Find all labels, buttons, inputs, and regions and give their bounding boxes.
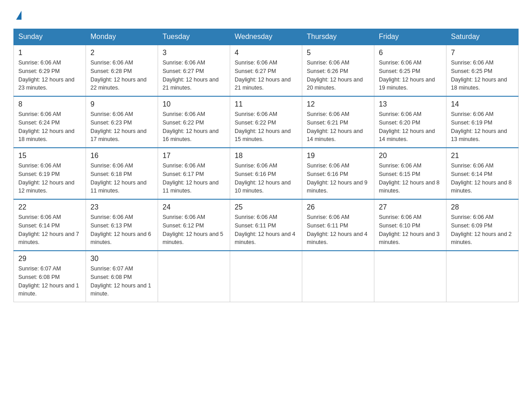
day-info: Sunrise: 6:06 AMSunset: 6:25 PMDaylight:… — [379, 59, 442, 92]
logo-triangle-icon — [16, 11, 21, 20]
day-number: 13 — [379, 100, 442, 108]
calendar-cell: 9 Sunrise: 6:06 AMSunset: 6:23 PMDayligh… — [86, 96, 158, 148]
day-number: 4 — [235, 49, 297, 57]
header-saturday: Saturday — [446, 29, 519, 45]
day-info: Sunrise: 6:06 AMSunset: 6:22 PMDaylight:… — [235, 110, 297, 144]
week-row-5: 29 Sunrise: 6:07 AMSunset: 6:08 PMDaylig… — [14, 251, 519, 302]
logo — [13, 9, 21, 20]
calendar-table: SundayMondayTuesdayWednesdayThursdayFrid… — [13, 29, 519, 302]
day-info: Sunrise: 6:07 AMSunset: 6:08 PMDaylight:… — [90, 265, 153, 298]
day-info: Sunrise: 6:06 AMSunset: 6:15 PMDaylight:… — [379, 162, 442, 195]
day-number: 6 — [379, 49, 442, 57]
week-row-2: 8 Sunrise: 6:06 AMSunset: 6:24 PMDayligh… — [14, 96, 519, 148]
calendar-cell: 25 Sunrise: 6:06 AMSunset: 6:11 PMDaylig… — [230, 199, 302, 251]
calendar-cell: 1 Sunrise: 6:06 AMSunset: 6:29 PMDayligh… — [14, 45, 86, 96]
calendar-cell: 22 Sunrise: 6:06 AMSunset: 6:14 PMDaylig… — [14, 199, 86, 251]
day-number: 29 — [18, 255, 81, 263]
day-info: Sunrise: 6:06 AMSunset: 6:17 PMDaylight:… — [163, 162, 225, 195]
day-info: Sunrise: 6:06 AMSunset: 6:21 PMDaylight:… — [307, 110, 369, 144]
day-info: Sunrise: 6:06 AMSunset: 6:23 PMDaylight:… — [90, 110, 153, 144]
day-info: Sunrise: 6:06 AMSunset: 6:19 PMDaylight:… — [451, 110, 514, 144]
day-number: 21 — [451, 152, 514, 160]
calendar-cell: 7 Sunrise: 6:06 AMSunset: 6:25 PMDayligh… — [446, 45, 519, 96]
day-number: 18 — [235, 152, 297, 160]
calendar-cell: 3 Sunrise: 6:06 AMSunset: 6:27 PMDayligh… — [158, 45, 230, 96]
header-friday: Friday — [374, 29, 446, 45]
calendar-cell — [302, 251, 374, 302]
day-info: Sunrise: 6:06 AMSunset: 6:26 PMDaylight:… — [307, 59, 369, 92]
day-number: 8 — [18, 100, 81, 108]
day-info: Sunrise: 6:06 AMSunset: 6:25 PMDaylight:… — [451, 59, 514, 92]
day-info: Sunrise: 6:06 AMSunset: 6:20 PMDaylight:… — [379, 110, 442, 144]
header-monday: Monday — [86, 29, 158, 45]
day-info: Sunrise: 6:06 AMSunset: 6:27 PMDaylight:… — [163, 59, 225, 92]
calendar-cell: 11 Sunrise: 6:06 AMSunset: 6:22 PMDaylig… — [230, 96, 302, 148]
day-number: 12 — [307, 100, 369, 108]
day-info: Sunrise: 6:06 AMSunset: 6:14 PMDaylight:… — [18, 213, 81, 247]
calendar-cell: 14 Sunrise: 6:06 AMSunset: 6:19 PMDaylig… — [446, 96, 519, 148]
day-number: 1 — [18, 49, 81, 57]
calendar-cell: 10 Sunrise: 6:06 AMSunset: 6:22 PMDaylig… — [158, 96, 230, 148]
day-info: Sunrise: 6:06 AMSunset: 6:11 PMDaylight:… — [307, 213, 369, 247]
day-info: Sunrise: 6:06 AMSunset: 6:10 PMDaylight:… — [379, 213, 442, 247]
day-number: 10 — [163, 100, 225, 108]
day-number: 19 — [307, 152, 369, 160]
day-info: Sunrise: 6:06 AMSunset: 6:16 PMDaylight:… — [307, 162, 369, 195]
day-info: Sunrise: 6:06 AMSunset: 6:11 PMDaylight:… — [235, 213, 297, 247]
header-sunday: Sunday — [14, 29, 86, 45]
day-info: Sunrise: 6:06 AMSunset: 6:14 PMDaylight:… — [451, 162, 514, 195]
day-info: Sunrise: 6:06 AMSunset: 6:19 PMDaylight:… — [18, 162, 81, 195]
day-number: 26 — [307, 203, 369, 211]
calendar-cell: 6 Sunrise: 6:06 AMSunset: 6:25 PMDayligh… — [374, 45, 446, 96]
day-info: Sunrise: 6:06 AMSunset: 6:29 PMDaylight:… — [18, 59, 81, 92]
day-number: 3 — [163, 49, 225, 57]
week-row-1: 1 Sunrise: 6:06 AMSunset: 6:29 PMDayligh… — [14, 45, 519, 96]
week-row-3: 15 Sunrise: 6:06 AMSunset: 6:19 PMDaylig… — [14, 148, 519, 199]
week-row-4: 22 Sunrise: 6:06 AMSunset: 6:14 PMDaylig… — [14, 199, 519, 251]
day-info: Sunrise: 6:06 AMSunset: 6:09 PMDaylight:… — [451, 213, 514, 247]
day-info: Sunrise: 6:07 AMSunset: 6:08 PMDaylight:… — [18, 265, 81, 298]
day-number: 5 — [307, 49, 369, 57]
calendar-cell — [374, 251, 446, 302]
calendar-cell: 4 Sunrise: 6:06 AMSunset: 6:27 PMDayligh… — [230, 45, 302, 96]
header-tuesday: Tuesday — [158, 29, 230, 45]
calendar-cell: 17 Sunrise: 6:06 AMSunset: 6:17 PMDaylig… — [158, 148, 230, 199]
calendar-cell: 5 Sunrise: 6:06 AMSunset: 6:26 PMDayligh… — [302, 45, 374, 96]
calendar-cell: 26 Sunrise: 6:06 AMSunset: 6:11 PMDaylig… — [302, 199, 374, 251]
day-number: 7 — [451, 49, 514, 57]
calendar-cell: 13 Sunrise: 6:06 AMSunset: 6:20 PMDaylig… — [374, 96, 446, 148]
calendar-cell: 21 Sunrise: 6:06 AMSunset: 6:14 PMDaylig… — [446, 148, 519, 199]
day-number: 27 — [379, 203, 442, 211]
calendar-cell: 24 Sunrise: 6:06 AMSunset: 6:12 PMDaylig… — [158, 199, 230, 251]
calendar-cell: 2 Sunrise: 6:06 AMSunset: 6:28 PMDayligh… — [86, 45, 158, 96]
day-number: 2 — [90, 49, 153, 57]
day-number: 22 — [18, 203, 81, 211]
day-info: Sunrise: 6:06 AMSunset: 6:18 PMDaylight:… — [90, 162, 153, 195]
day-info: Sunrise: 6:06 AMSunset: 6:24 PMDaylight:… — [18, 110, 81, 144]
day-number: 23 — [90, 203, 153, 211]
day-info: Sunrise: 6:06 AMSunset: 6:22 PMDaylight:… — [163, 110, 225, 144]
day-number: 30 — [90, 255, 153, 263]
day-number: 28 — [451, 203, 514, 211]
calendar-cell: 23 Sunrise: 6:06 AMSunset: 6:13 PMDaylig… — [86, 199, 158, 251]
calendar-cell: 18 Sunrise: 6:06 AMSunset: 6:16 PMDaylig… — [230, 148, 302, 199]
day-info: Sunrise: 6:06 AMSunset: 6:12 PMDaylight:… — [163, 213, 225, 247]
day-number: 20 — [379, 152, 442, 160]
calendar-cell: 30 Sunrise: 6:07 AMSunset: 6:08 PMDaylig… — [86, 251, 158, 302]
calendar-cell: 16 Sunrise: 6:06 AMSunset: 6:18 PMDaylig… — [86, 148, 158, 199]
day-number: 15 — [18, 152, 81, 160]
day-number: 24 — [163, 203, 225, 211]
day-number: 11 — [235, 100, 297, 108]
calendar-cell — [158, 251, 230, 302]
day-info: Sunrise: 6:06 AMSunset: 6:16 PMDaylight:… — [235, 162, 297, 195]
day-info: Sunrise: 6:06 AMSunset: 6:27 PMDaylight:… — [235, 59, 297, 92]
calendar-cell: 15 Sunrise: 6:06 AMSunset: 6:19 PMDaylig… — [14, 148, 86, 199]
calendar-cell: 28 Sunrise: 6:06 AMSunset: 6:09 PMDaylig… — [446, 199, 519, 251]
calendar-cell: 29 Sunrise: 6:07 AMSunset: 6:08 PMDaylig… — [14, 251, 86, 302]
day-number: 16 — [90, 152, 153, 160]
page-header — [13, 9, 519, 20]
calendar-header-row: SundayMondayTuesdayWednesdayThursdayFrid… — [14, 29, 519, 45]
day-number: 14 — [451, 100, 514, 108]
header-wednesday: Wednesday — [230, 29, 302, 45]
day-number: 17 — [163, 152, 225, 160]
